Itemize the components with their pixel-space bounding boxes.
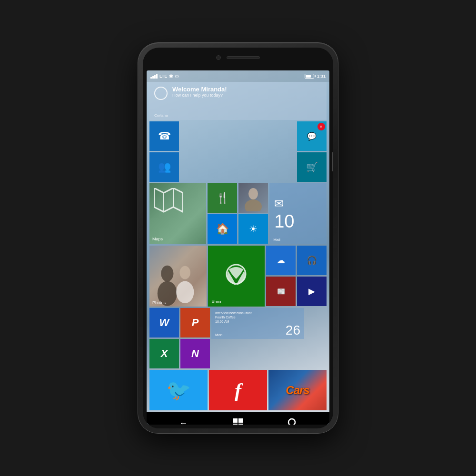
phone-tile[interactable]: ☎ — [149, 121, 179, 151]
calendar-day: Mon — [215, 333, 223, 337]
excel-tile[interactable]: X — [149, 339, 179, 368]
status-left: LTE ✱ ▭ — [150, 74, 179, 79]
cars-tile[interactable]: Cars — [268, 370, 327, 410]
windows-icon — [233, 418, 243, 425]
news-tile[interactable]: 📰 — [266, 277, 296, 306]
windows-button[interactable] — [229, 415, 247, 425]
phone-device: LTE ✱ ▭ 1:31 Welcome Miranda! — [138, 43, 338, 433]
tiles-row-1: ☎ 👥 💬 5 � — [149, 121, 327, 182]
signal-bar-4 — [156, 74, 158, 79]
weather-icon: ☀ — [249, 223, 258, 235]
signal-bar-2 — [152, 76, 154, 79]
svg-point-8 — [176, 281, 194, 303]
messaging-store-col: 💬 5 🛒 — [297, 121, 327, 182]
status-bar: LTE ✱ ▭ 1:31 — [147, 70, 329, 82]
video-tile[interactable]: ▶ — [297, 277, 327, 306]
mail-count-display: 10 — [274, 212, 294, 230]
time-display: 1:31 — [317, 74, 326, 79]
svg-rect-11 — [238, 418, 243, 423]
calendar-place: Fourth Coffee — [215, 315, 300, 319]
store-tile[interactable]: 🛒 — [297, 152, 327, 182]
photos-tile[interactable]: Photos — [149, 246, 207, 307]
calendar-event-title: Interview new consultant — [215, 311, 300, 315]
messaging-icon: 💬 — [307, 132, 317, 141]
svg-point-3 — [248, 188, 258, 199]
flipboard-tile[interactable]: f — [209, 370, 267, 410]
restaurant-icon: 🍴 — [216, 192, 229, 204]
onenote-icon-label: N — [191, 347, 199, 360]
flipboard-icon: f — [235, 379, 241, 402]
svg-marker-0 — [154, 188, 183, 212]
home-tile[interactable]: 🏠 — [208, 214, 237, 244]
phone-icon: ☎ — [158, 130, 171, 142]
power-button[interactable] — [332, 152, 333, 171]
nfc-icon: ▭ — [175, 74, 179, 79]
mail-icon: ✉ — [274, 197, 284, 210]
tiles-container: Welcome Miranda! How can I help you toda… — [147, 82, 329, 412]
word-excel-col: W X — [149, 308, 179, 368]
maps-label: Maps — [152, 237, 163, 241]
messaging-tile[interactable]: 💬 5 — [297, 121, 327, 151]
onedrive-icon: ☁ — [277, 255, 285, 266]
maps-tile[interactable]: Maps — [149, 183, 206, 244]
lte-label: LTE — [159, 74, 167, 79]
twitter-tile[interactable]: 🐦 — [149, 370, 208, 410]
calendar-date-row: Mon 26 — [215, 324, 300, 337]
maps-icon-svg — [154, 188, 183, 217]
excel-icon-label: X — [161, 347, 168, 360]
powerpoint-tile[interactable]: P — [180, 308, 210, 337]
cortana-text: Welcome Miranda! How can I help you toda… — [172, 86, 227, 98]
bluetooth-icon: ✱ — [169, 74, 173, 79]
groove-tile[interactable]: 🎧 — [297, 246, 327, 275]
back-button[interactable]: ← — [175, 415, 192, 425]
calendar-tile[interactable]: Interview new consultant Fourth Coffee 1… — [211, 308, 304, 339]
cortana-tile[interactable]: Welcome Miranda! How can I help you toda… — [149, 82, 327, 120]
mail-content: ✉ — [274, 197, 284, 210]
xbox-label: Xbox — [212, 299, 222, 304]
svg-rect-12 — [233, 424, 238, 425]
person-photo-tile[interactable] — [238, 183, 268, 213]
people-tile[interactable]: 👥 — [149, 152, 179, 182]
mail-tile[interactable]: ✉ 10 Mail — [269, 183, 327, 244]
messaging-badge: 5 — [317, 123, 325, 130]
signal-bar-3 — [154, 75, 156, 79]
search-icon — [288, 418, 298, 425]
mail-label: Mail — [273, 238, 280, 242]
calendar-event-text: Interview new consultant Fourth Coffee 1… — [215, 311, 300, 324]
battery-fill — [306, 75, 311, 78]
tiles-row-2: Maps 🍴 � — [149, 183, 327, 244]
right-small-tiles: ☁ 🎧 📰 ▶ — [266, 246, 327, 307]
xbox-icon — [224, 262, 248, 290]
cortana-subtitle: How can I help you today? — [172, 93, 227, 98]
weather-tile[interactable]: ☀ — [238, 214, 268, 244]
headphones-icon: 🎧 — [307, 255, 317, 266]
photos-people-svg — [149, 258, 207, 307]
nav-bar: ← — [147, 412, 329, 425]
photos-label: Photos — [152, 300, 166, 305]
onenote-tile[interactable]: N — [180, 339, 210, 368]
xbox-tile[interactable]: Xbox — [208, 246, 265, 307]
search-button[interactable] — [284, 415, 301, 425]
phone-top-bar — [216, 55, 260, 60]
svg-point-4 — [245, 199, 262, 211]
svg-point-7 — [179, 266, 190, 279]
signal-bar-1 — [150, 77, 152, 79]
restaurant-tile[interactable]: 🍴 — [208, 183, 237, 213]
svg-point-5 — [161, 265, 173, 281]
screen: LTE ✱ ▭ 1:31 Welcome Miranda! — [147, 70, 329, 425]
word-tile[interactable]: W — [149, 308, 179, 337]
tiles-row-3: Photos Xbox — [149, 246, 327, 307]
speaker — [227, 56, 260, 59]
cars-text: Cars — [286, 384, 309, 397]
status-right: 1:31 — [305, 74, 326, 79]
ppt-onenote-col: P N — [180, 308, 210, 368]
ppt-icon-label: P — [192, 317, 199, 329]
signal-bars — [150, 74, 158, 79]
tiles-row-4: W X P N — [149, 308, 327, 368]
tiles-row-5: 🐦 f Cars — [149, 370, 327, 410]
person-svg — [240, 185, 267, 211]
home-icon: 🏠 — [216, 223, 229, 235]
svg-point-14 — [288, 419, 295, 425]
twitter-icon: 🐦 — [166, 378, 191, 402]
onedrive-tile[interactable]: ☁ — [266, 246, 296, 275]
